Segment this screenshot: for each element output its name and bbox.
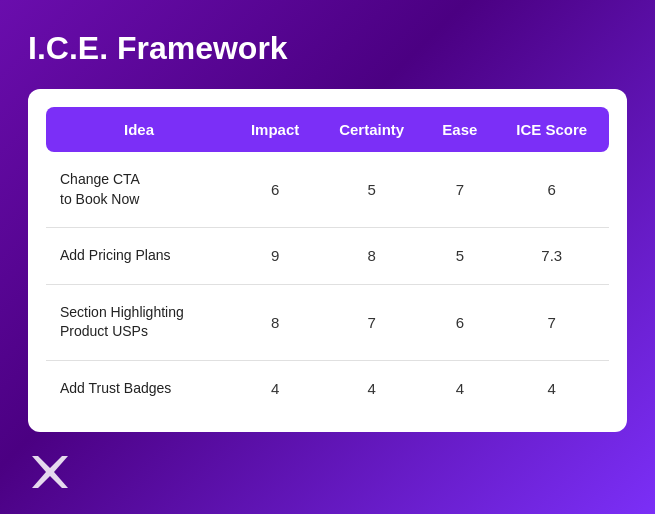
cell-ice-score: 7 (495, 284, 609, 360)
cell-certainty: 7 (318, 284, 425, 360)
cell-impact: 6 (232, 152, 318, 228)
cell-ice-score: 6 (495, 152, 609, 228)
cell-ice-score: 7.3 (495, 228, 609, 285)
ice-framework-table: Idea Impact Certainty Ease ICE Score Cha… (46, 107, 609, 417)
table-header-row: Idea Impact Certainty Ease ICE Score (46, 107, 609, 152)
cell-idea: Add Trust Badges (46, 360, 232, 416)
cell-impact: 4 (232, 360, 318, 416)
cell-impact: 9 (232, 228, 318, 285)
cell-ease: 6 (425, 284, 494, 360)
col-header-ease: Ease (425, 107, 494, 152)
table-row: Section HighlightingProduct USPs8767 (46, 284, 609, 360)
cell-idea: Change CTAto Book Now (46, 152, 232, 228)
cell-ease: 4 (425, 360, 494, 416)
col-header-impact: Impact (232, 107, 318, 152)
cell-ease: 5 (425, 228, 494, 285)
cell-impact: 8 (232, 284, 318, 360)
svg-marker-0 (32, 456, 68, 488)
cell-certainty: 5 (318, 152, 425, 228)
table-row: Add Pricing Plans9857.3 (46, 228, 609, 285)
cell-idea: Add Pricing Plans (46, 228, 232, 285)
table-row: Add Trust Badges4444 (46, 360, 609, 416)
cell-certainty: 8 (318, 228, 425, 285)
logo-area (28, 450, 627, 494)
col-header-certainty: Certainty (318, 107, 425, 152)
ice-framework-table-container: Idea Impact Certainty Ease ICE Score Cha… (28, 89, 627, 432)
x-logo-icon (28, 450, 72, 494)
page-title: I.C.E. Framework (28, 30, 627, 67)
cell-certainty: 4 (318, 360, 425, 416)
cell-idea: Section HighlightingProduct USPs (46, 284, 232, 360)
col-header-idea: Idea (46, 107, 232, 152)
col-header-ice-score: ICE Score (495, 107, 609, 152)
cell-ease: 7 (425, 152, 494, 228)
cell-ice-score: 4 (495, 360, 609, 416)
table-row: Change CTAto Book Now6576 (46, 152, 609, 228)
table-body: Change CTAto Book Now6576Add Pricing Pla… (46, 152, 609, 417)
